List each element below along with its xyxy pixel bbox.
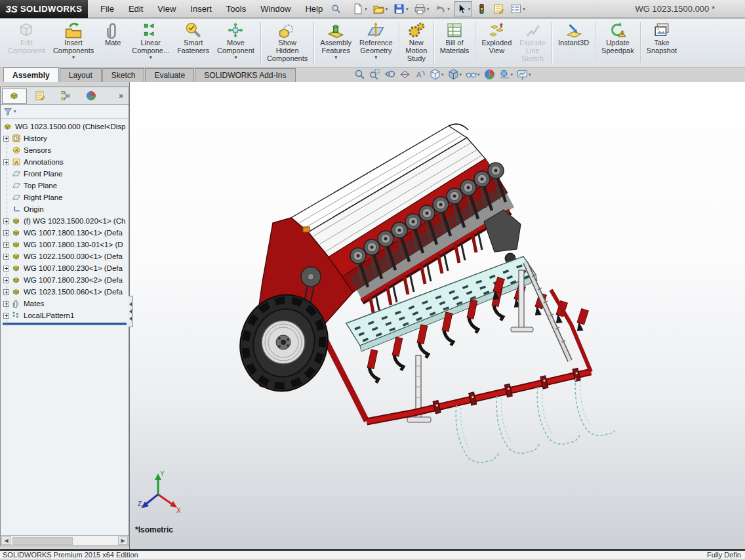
expand-toggle[interactable]: [3, 266, 9, 271]
smart-fasteners-button[interactable]: SmartFasteners: [173, 19, 213, 66]
propertymanager-tab[interactable]: [28, 89, 52, 104]
new-document-button[interactable]: ▾: [350, 1, 369, 16]
insert-components-button[interactable]: InsertComponents▾: [49, 19, 98, 66]
graphics-area[interactable]: Y X Z *Isometric: [129, 82, 745, 549]
tab-assembly[interactable]: Assembly: [3, 68, 59, 82]
dropdown-arrow[interactable]: ▾: [477, 72, 480, 77]
display-style-button[interactable]: ▾: [448, 69, 462, 80]
tree-item-history[interactable]: History: [1, 132, 129, 144]
tree-item-wg-1022-1500-030-1-de[interactable]: WG 1022.1500.030<1> (Defa: [1, 250, 129, 262]
dropdown-arrow[interactable]: ▾: [511, 72, 513, 77]
featuremanager-design-tree-tab[interactable]: [2, 89, 27, 104]
print-document-button[interactable]: ▾: [413, 1, 432, 16]
search-icon[interactable]: [331, 4, 341, 14]
wheel-rim[interactable]: [262, 321, 305, 364]
view-settings-button[interactable]: ▾: [517, 69, 531, 80]
exploded-view-button[interactable]: ExplodedView: [477, 19, 515, 66]
end-drive-cover[interactable]: [484, 210, 521, 264]
save-document-button[interactable]: ▾: [392, 1, 411, 16]
tree-item-wg-1007-1800-130-1-de[interactable]: WG 1007.1800.130<1> (Defa: [1, 227, 129, 239]
menu-window[interactable]: Window: [253, 0, 298, 18]
rebuild-button[interactable]: [474, 1, 489, 16]
scroll-left-arrow[interactable]: ◀: [1, 536, 11, 545]
dropdown-arrow[interactable]: ▾: [406, 7, 409, 12]
menu-help[interactable]: Help: [298, 0, 330, 18]
tree-item-wg-1007-1800-230-2-de[interactable]: WG 1007.1800.230<2> (Defa: [1, 274, 129, 286]
menu-edit[interactable]: Edit: [121, 0, 150, 18]
dropdown-arrow[interactable]: ▾: [234, 55, 237, 60]
edit-appearance-button[interactable]: [484, 69, 495, 80]
expand-toggle[interactable]: [3, 289, 9, 295]
tree-item-top-plane[interactable]: Top Plane: [1, 180, 129, 191]
reference-geometry-button[interactable]: ReferenceGeometry▾: [355, 19, 397, 66]
undo-button[interactable]: ▾: [433, 1, 452, 16]
move-component-button[interactable]: MoveComponent▾: [213, 19, 258, 66]
expand-toggle[interactable]: [3, 254, 9, 260]
tree-item-right-plane[interactable]: Right Plane: [1, 191, 129, 203]
tree-item-sensors[interactable]: Sensors: [1, 144, 129, 156]
previous-view-button[interactable]: [384, 69, 395, 80]
seed-drill-model[interactable]: [222, 111, 615, 534]
tree-item-f-wg-1023-1500-020-1[interactable]: (f) WG 1023.1500.020<1> (Ch: [1, 215, 129, 227]
zoom-to-area-button[interactable]: [369, 69, 380, 80]
select-tool-button[interactable]: ▾: [454, 1, 473, 16]
tab-evaluate[interactable]: Evaluate: [145, 68, 194, 82]
dropdown-arrow[interactable]: ▾: [468, 7, 471, 12]
tab-sketch[interactable]: Sketch: [102, 68, 145, 82]
expand-toggle[interactable]: [3, 218, 9, 224]
tree-item-wg-1007-1800-230-1-de[interactable]: WG 1007.1800.230<1> (Defa: [1, 262, 129, 274]
expand-toggle[interactable]: [3, 230, 9, 236]
options-button[interactable]: ▾: [508, 1, 527, 16]
dropdown-arrow[interactable]: ▾: [386, 7, 388, 12]
mate-button[interactable]: Mate: [98, 19, 128, 66]
displaymanager-tab[interactable]: [79, 89, 104, 104]
hide-show-items-button[interactable]: ▾: [466, 69, 480, 80]
expand-toggle[interactable]: [3, 277, 9, 283]
expand-toggle[interactable]: [3, 136, 9, 142]
dropdown-arrow[interactable]: ▾: [447, 7, 450, 12]
apply-scene-button[interactable]: ▾: [499, 69, 513, 80]
dropdown-arrow[interactable]: ▾: [365, 7, 367, 12]
dropdown-arrow[interactable]: ▾: [460, 72, 462, 77]
tree-item-wg-1023-1500-000-chise[interactable]: WG 1023.1500.000 (Chisel<Disp: [1, 121, 129, 132]
bill-of-materials-button[interactable]: Bill ofMaterials: [436, 19, 473, 66]
zoom-to-fit-button[interactable]: [354, 69, 365, 80]
take-snapshot-button[interactable]: TakeSnapshot: [643, 19, 681, 66]
panel-expand-chevron[interactable]: »: [115, 91, 127, 100]
update-speedpak-button[interactable]: UpdateSpeedpak: [597, 19, 638, 66]
section-view-button[interactable]: [399, 69, 411, 80]
tree-item-wg-1023-1500-060-1-de[interactable]: WG 1023.1500.060<1> (Defa: [1, 286, 129, 298]
view-orientation-button[interactable]: ▾: [430, 69, 444, 80]
ghost-harrow-tines[interactable]: [456, 378, 615, 462]
dynamic-annotation-views-button[interactable]: [414, 69, 426, 80]
tree-filter-bar[interactable]: ▾: [1, 105, 129, 119]
expand-toggle[interactable]: [3, 313, 9, 319]
tree-item-wg-1007-1800-130-01-1[interactable]: WG 1007.1800.130-01<1> (D: [1, 239, 129, 250]
tree-item-locallpattern1[interactable]: LocalLPattern1: [1, 310, 129, 321]
panel-splitter[interactable]: [129, 296, 133, 327]
dropdown-arrow[interactable]: ▾: [441, 72, 444, 77]
file-properties-button[interactable]: [491, 1, 506, 16]
dropdown-arrow[interactable]: ▾: [150, 55, 152, 60]
show-hidden-components-button[interactable]: ShowHiddenComponents: [263, 19, 312, 66]
menu-file[interactable]: File: [93, 0, 121, 18]
scroll-right-arrow[interactable]: ▶: [118, 536, 128, 545]
linear-compone-button[interactable]: LinearCompone...▾: [128, 19, 173, 66]
tree-item-front-plane[interactable]: Front Plane: [1, 168, 129, 180]
dropdown-arrow[interactable]: ▾: [529, 72, 531, 77]
rollback-bar[interactable]: [3, 323, 127, 325]
tree-item-mates[interactable]: Mates: [1, 298, 129, 310]
instant3d-button[interactable]: Instant3D: [554, 19, 593, 66]
expand-toggle[interactable]: [3, 242, 9, 248]
menu-tools[interactable]: Tools: [219, 0, 253, 18]
panel-horizontal-scrollbar[interactable]: ◀ ▶: [1, 535, 129, 546]
tab-layout[interactable]: Layout: [60, 68, 102, 82]
expand-toggle[interactable]: [3, 159, 9, 165]
expand-toggle[interactable]: [3, 301, 9, 307]
new-motion-study-button[interactable]: NewMotionStudy: [401, 19, 432, 66]
dropdown-arrow[interactable]: ▾: [374, 55, 377, 60]
menu-view[interactable]: View: [150, 0, 183, 18]
tab-solidworks-add-ins[interactable]: SOLIDWORKS Add-Ins: [195, 68, 295, 82]
dropdown-arrow[interactable]: ▾: [72, 55, 75, 60]
filter-dropdown-arrow[interactable]: ▾: [14, 109, 16, 114]
